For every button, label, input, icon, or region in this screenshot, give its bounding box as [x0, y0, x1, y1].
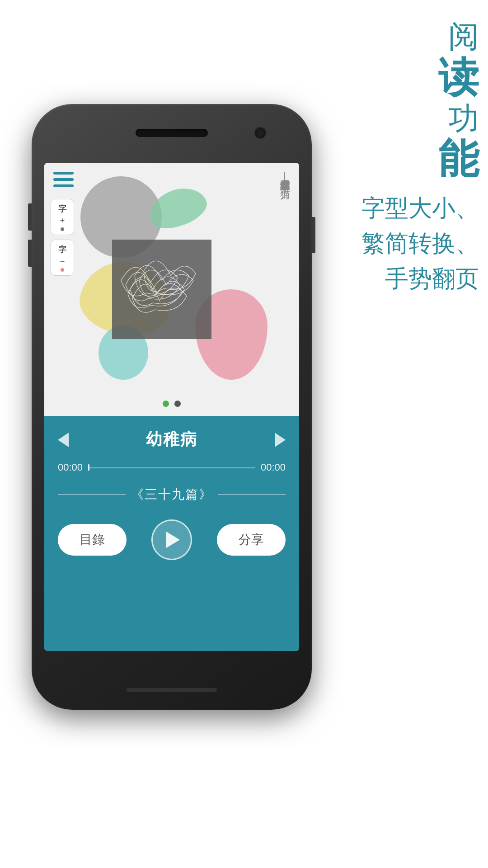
menu-line-1 [53, 172, 74, 175]
progress-section: 00:00 00:00 [44, 456, 299, 479]
time-start: 00:00 [58, 462, 83, 473]
prev-track-button[interactable] [58, 433, 69, 447]
phone-body: 字 + 字 − [32, 104, 312, 710]
book-title-area: 《三十九篇》 [44, 479, 299, 510]
font-increase-label: 字 [58, 203, 66, 214]
menu-line-3 [53, 184, 74, 187]
camera-lens [254, 127, 267, 139]
player-track-row: 幼稚病 [44, 416, 299, 456]
font-decrease-dot [61, 268, 64, 272]
play-button[interactable] [151, 519, 192, 560]
volume-up-button[interactable] [28, 203, 32, 231]
title-line-right [218, 494, 286, 495]
heading-char-1: 阅 [307, 18, 479, 55]
heading-char-4: 能 [307, 137, 479, 181]
progress-bar[interactable] [88, 467, 255, 468]
reading-area: 字 + 字 − [44, 163, 299, 416]
time-end: 00:00 [261, 462, 286, 473]
font-decrease-button[interactable]: 字 − [51, 240, 74, 276]
phone-bottom-bar [127, 688, 217, 692]
volume-down-button[interactable] [28, 240, 32, 267]
play-icon [166, 532, 180, 548]
progress-cursor [88, 464, 89, 471]
player-buttons: 目錄 分享 [44, 510, 299, 565]
next-track-button[interactable] [275, 433, 286, 447]
font-decrease-label: 字 [58, 244, 66, 255]
phone-screen: 字 + 字 − [44, 163, 299, 651]
heading-char-3: 功 [307, 100, 479, 137]
side-reading-text: 爱你的理想主义幼稚病—猫力 [278, 172, 293, 182]
phone-device: 字 + 字 − [23, 90, 321, 723]
share-button[interactable]: 分享 [217, 524, 286, 556]
page-dot-active [163, 401, 169, 407]
book-title: 《三十九篇》 [131, 486, 212, 503]
heading-features: 字型大小、繁简转换、手势翻页 [307, 190, 479, 296]
menu-icon[interactable] [53, 172, 74, 187]
track-title: 幼稚病 [146, 429, 197, 451]
font-increase-button[interactable]: 字 + [51, 199, 74, 235]
album-art [112, 240, 211, 339]
title-line-left [58, 494, 126, 495]
speaker-grill [136, 129, 208, 137]
page-indicators [163, 401, 181, 407]
menu-line-2 [53, 178, 74, 181]
catalog-button[interactable]: 目錄 [58, 524, 127, 556]
page: 阅 读 功 能 字型大小、繁简转换、手势翻页 [0, 0, 488, 868]
power-button[interactable] [312, 217, 315, 253]
font-decrease-symbol: − [60, 257, 65, 266]
heading-char-2: 读 [307, 55, 479, 100]
page-dot-inactive [174, 401, 181, 407]
font-increase-dot [61, 227, 64, 231]
scribble-svg [112, 240, 211, 339]
font-controls: 字 + 字 − [51, 199, 74, 276]
audio-player: 幼稚病 00:00 00:00 《三十九篇》 [44, 416, 299, 651]
heading-area: 阅 读 功 能 字型大小、繁简转换、手势翻页 [307, 18, 479, 296]
font-increase-symbol: + [60, 216, 65, 226]
